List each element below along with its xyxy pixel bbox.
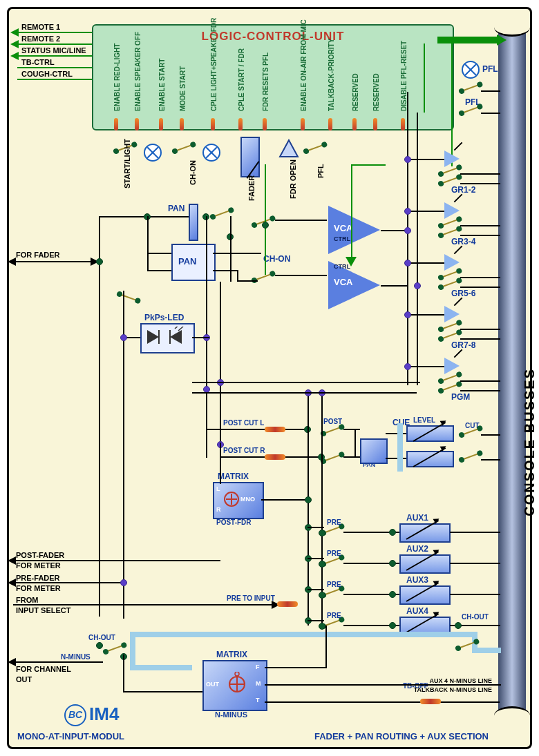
cue-pan-box — [360, 438, 388, 464]
cue-level-bot — [406, 451, 454, 467]
aux3-box — [399, 585, 451, 605]
svg-line-5 — [175, 327, 180, 329]
console-bus-label: CONSOLE BUSSES — [522, 368, 538, 516]
aux2-box — [399, 554, 451, 574]
lamp-icon — [202, 144, 220, 162]
jumper-postcut-l — [265, 427, 285, 432]
lamp-icon — [144, 144, 162, 162]
label-remote1: REMOTE 1 — [21, 23, 60, 31]
label-for-fader: FOR FADER — [16, 251, 60, 259]
svg-marker-3 — [170, 330, 182, 344]
switch — [213, 209, 231, 217]
product-logo: BCIM4 — [64, 704, 119, 726]
switch-ch-on — [175, 144, 193, 151]
switch-pfl — [306, 144, 325, 151]
label-tb-ctrl: TB-CTRL — [21, 58, 55, 66]
footer-right: FADER + PAN ROUTING + AUX SECTION — [314, 731, 489, 742]
switch-pfl-bus1 — [462, 84, 480, 91]
logic-control-unit: LOGIC-CONTROL-UNIT ENABLE RED-LIGHT ENAB… — [92, 24, 454, 130]
svg-line-6 — [178, 327, 183, 331]
fdr-open-icon — [278, 139, 299, 159]
diagram-frame: CONSOLE BUSSES LOGIC-CONTROL-UNIT ENABLE… — [7, 7, 532, 749]
sum-icon — [227, 672, 247, 697]
svg-point-13 — [235, 672, 239, 676]
switch-pfl-bus2 — [462, 106, 480, 113]
svg-marker-1 — [147, 330, 159, 344]
led-icon — [144, 327, 189, 347]
lcu-bus-arrow — [437, 37, 500, 43]
lamp-pfl-icon — [462, 61, 480, 79]
label-status-mic-line: STATUS MIC/LINE — [21, 46, 86, 55]
aux1-box — [399, 523, 451, 543]
footer-left: MONO-AT-INPUT-MODUL — [17, 731, 124, 742]
cue-level-top — [406, 425, 454, 442]
lcu-title: LOGIC-CONTROL-UNIT — [93, 26, 453, 43]
arrow-right-icon — [497, 35, 507, 46]
jumper-pre-to-input — [277, 601, 298, 607]
pan-slider — [189, 204, 198, 241]
label-remote2: REMOTE 2 — [21, 35, 60, 43]
label-cough-ctrl: COUGH-CTRL — [21, 70, 73, 78]
jumper-tb-off — [420, 699, 441, 704]
sum-icon — [223, 491, 240, 507]
jumper-postcut-r — [265, 454, 285, 460]
svg-marker-0 — [280, 140, 298, 157]
